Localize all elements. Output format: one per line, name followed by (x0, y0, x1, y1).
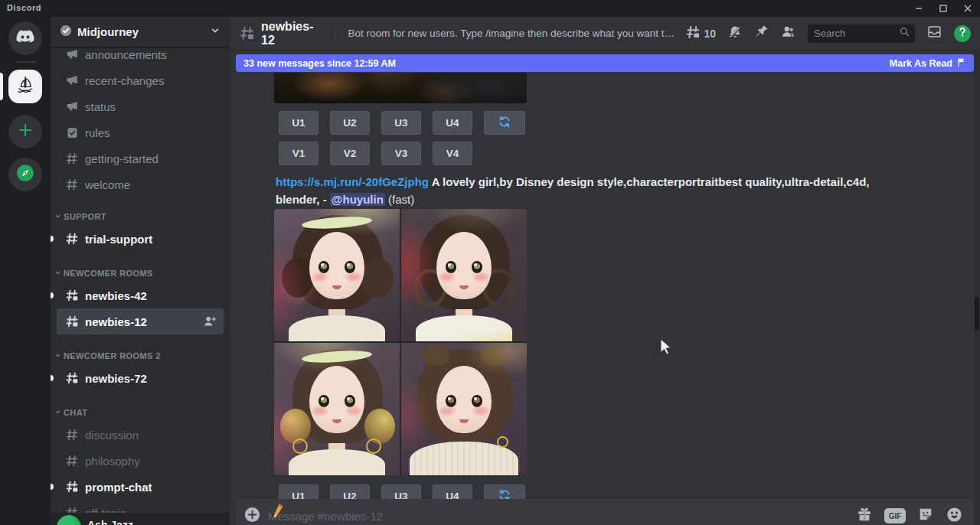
explore-servers-button[interactable] (8, 158, 42, 191)
prompt-link[interactable]: https://s.mj.run/-20fGeZjphg (276, 175, 429, 188)
portrait-face (309, 232, 364, 299)
plus-icon (17, 122, 34, 142)
portrait-mouth (459, 419, 469, 423)
rail-divider (15, 61, 36, 63)
bell-slash-icon (727, 24, 743, 43)
person-add-icon[interactable] (202, 314, 217, 329)
scrollbar-thumb[interactable] (975, 297, 979, 331)
scrollbar-track[interactable] (974, 51, 980, 525)
category-newcomer-rooms-2[interactable]: NEWCOMER ROOMS 2 (51, 347, 230, 365)
verified-badge-icon (60, 24, 72, 39)
channel-topic[interactable]: Bot room for new users. Type /imagine th… (348, 28, 679, 39)
sticker-button[interactable] (917, 506, 934, 525)
channel-newbies-72[interactable]: newbies-72 (51, 365, 230, 391)
portrait-eye (345, 395, 355, 407)
channel-discussion[interactable]: discussion (51, 422, 230, 448)
inbox-icon (926, 24, 942, 43)
channel-label: status (85, 100, 116, 113)
generated-image-3[interactable] (274, 343, 400, 475)
category-label: SUPPORT (64, 212, 106, 221)
channel-label: recent-changes (85, 74, 164, 87)
rerun-button[interactable] (484, 111, 525, 135)
portrait-eye (345, 261, 355, 273)
earring-icon (497, 436, 508, 448)
channel-label: discussion (85, 429, 139, 442)
refresh-icon (498, 115, 511, 131)
title-bar: Discord (0, 0, 980, 17)
generated-image-2[interactable] (401, 209, 527, 341)
pinned-messages-button[interactable] (754, 24, 769, 42)
channel-newbies-42[interactable]: newbies-42 (51, 282, 230, 308)
channel-trial-support[interactable]: trial-support (51, 226, 230, 252)
inbox-button[interactable] (926, 24, 942, 43)
channel-status[interactable]: status (51, 93, 230, 119)
discord-home-button[interactable] (8, 21, 42, 55)
mark-as-read-button[interactable]: Mark As Read (890, 57, 966, 70)
new-messages-banner[interactable]: 33 new messages since 12:59 AM Mark As R… (236, 54, 974, 72)
emoji-button[interactable] (946, 506, 963, 525)
portrait-blush (313, 407, 327, 415)
hash-icon (64, 453, 80, 468)
search-input[interactable] (814, 28, 896, 39)
channel-getting-started[interactable]: getting-started (51, 145, 230, 171)
search-icon (899, 26, 910, 41)
generated-image-grid[interactable] (274, 209, 527, 475)
u1-button[interactable]: U1 (279, 111, 318, 135)
channel-philosophy[interactable]: philosophy (51, 448, 230, 474)
portrait-eye (446, 395, 456, 407)
channel-welcome[interactable]: welcome (51, 171, 230, 197)
maximize-button[interactable] (939, 4, 948, 13)
new-messages-text: 33 new messages since 12:59 AM (243, 58, 396, 69)
discord-logo-icon (15, 27, 35, 50)
add-server-button[interactable] (8, 115, 42, 148)
minimize-button[interactable] (914, 4, 923, 13)
channel-newbies-12[interactable]: newbies-12 (57, 308, 224, 334)
portrait-sweater (416, 315, 512, 341)
gift-button[interactable] (856, 506, 873, 525)
previous-image-attachment[interactable] (274, 73, 527, 103)
upscale-button-row: U1 U2 U3 U4 (279, 111, 525, 135)
attach-button[interactable] (243, 506, 261, 525)
channel-recent-changes[interactable]: recent-changes (51, 67, 230, 93)
threads-button[interactable]: 10 (685, 24, 716, 42)
category-support[interactable]: SUPPORT (51, 207, 230, 226)
u3-button[interactable]: U3 (381, 111, 421, 135)
portrait-eye (472, 395, 482, 407)
chevron-down-icon (54, 212, 61, 221)
v3-button[interactable]: V3 (381, 142, 421, 165)
u4-button[interactable]: U4 (433, 111, 472, 135)
message-input[interactable] (268, 510, 849, 523)
close-button[interactable] (963, 4, 972, 13)
channel-prompt-chat[interactable]: prompt-chat (51, 474, 230, 500)
category-chat[interactable]: CHAT (51, 403, 230, 422)
v4-button[interactable]: V4 (433, 142, 472, 165)
category-newcomer-rooms[interactable]: NEWCOMER ROOMS (51, 264, 230, 282)
channel-label: prompt-chat (85, 481, 152, 494)
v1-button[interactable]: V1 (279, 142, 318, 165)
user-panel[interactable]: Ash Jazz (51, 513, 230, 525)
server-icon-midjourney[interactable] (8, 70, 42, 103)
help-button[interactable] (954, 25, 971, 42)
chevron-down-icon (210, 25, 220, 38)
topbar-actions: 10 (685, 24, 971, 43)
notification-settings-button[interactable] (727, 24, 743, 43)
earring-icon (366, 439, 381, 454)
gif-button[interactable]: GIF (884, 508, 906, 523)
portrait-blush (347, 273, 361, 281)
mark-as-read-label: Mark As Read (890, 58, 952, 69)
message-composer[interactable]: GIF (236, 499, 974, 525)
portrait-eye (318, 261, 329, 273)
member-list-button[interactable] (780, 24, 796, 43)
user-avatar[interactable] (57, 515, 81, 525)
generated-image-1[interactable] (274, 209, 400, 341)
server-header[interactable]: Midjourney (51, 17, 230, 47)
channel-rules[interactable]: rules (51, 119, 230, 145)
search-box[interactable] (808, 24, 915, 43)
u2-button[interactable]: U2 (330, 111, 370, 135)
variation-button-row: V1 V2 V3 V4 (279, 142, 472, 165)
gift-icon (856, 506, 873, 525)
channel-label: trial-support (85, 233, 152, 246)
generated-image-4[interactable] (401, 343, 527, 475)
user-mention[interactable]: @huyulin (330, 193, 385, 206)
v2-button[interactable]: V2 (330, 142, 370, 165)
